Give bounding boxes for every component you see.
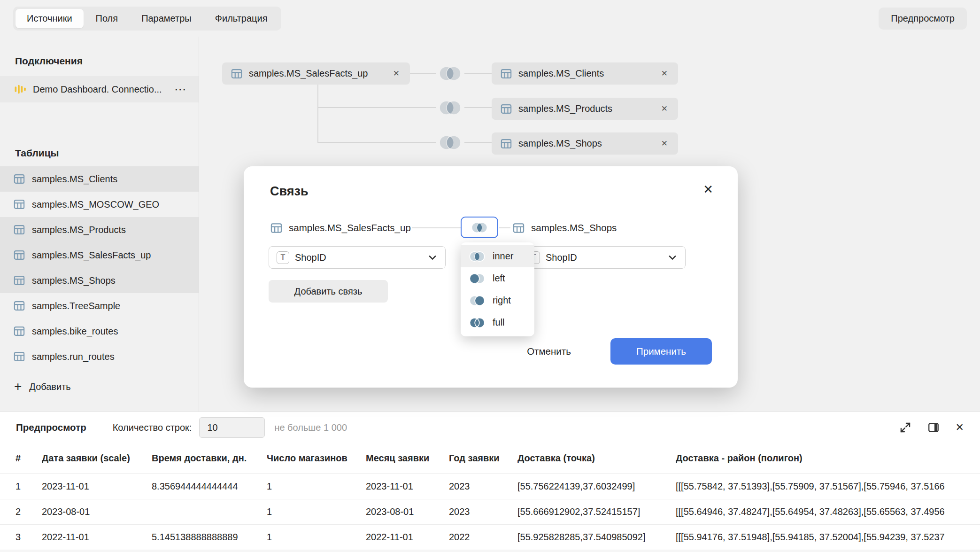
column-header: Месяц заявки [366, 453, 449, 464]
left-field-select[interactable]: T ShopID [269, 246, 446, 269]
table-cell: 2023-08-01 [42, 506, 152, 517]
topbar: Источники Поля Параметры Фильтрация Пред… [0, 0, 980, 37]
table-icon [13, 224, 25, 236]
connection-menu-icon[interactable]: ⋯ [172, 82, 189, 97]
table-icon [13, 249, 25, 261]
dialog-title: Связь [270, 184, 309, 199]
table-cell: 1 [267, 481, 366, 492]
node-close-icon[interactable]: ✕ [659, 103, 670, 115]
node-label: samples.MS_Shops [518, 138, 602, 149]
connector-line [412, 227, 461, 228]
table-name: samples.run_routes [32, 351, 115, 362]
row-count-label: Количество строк: [113, 422, 192, 433]
preview-table-header-row: # Дата заявки (scale) Время доставки, дн… [0, 443, 980, 474]
field-type-icon: T [277, 251, 289, 264]
add-table-button[interactable]: + Добавить [0, 374, 199, 399]
add-link-button[interactable]: Добавить связь [269, 280, 388, 303]
connector-line [464, 142, 492, 143]
canvas-node-salesfacts[interactable]: samples.MS_SalesFacts_up ✕ [222, 62, 410, 85]
sidebar-table-bike-routes[interactable]: samples.bike_routes [0, 319, 199, 344]
tab-parameters[interactable]: Параметры [130, 9, 203, 28]
join-option-inner[interactable]: inner [461, 245, 534, 267]
tab-sources[interactable]: Источники [15, 9, 84, 28]
connection-item[interactable]: Demo Dashboard. Connectio... ⋯ [0, 76, 199, 102]
node-close-icon[interactable]: ✕ [391, 68, 401, 79]
node-close-icon[interactable]: ✕ [659, 138, 670, 149]
table-cell: 3 [15, 532, 42, 543]
close-icon[interactable]: ✕ [956, 421, 964, 434]
connector-line [318, 107, 436, 108]
sidebar-table-treesample[interactable]: samples.TreeSample [0, 293, 199, 319]
connection-icon [13, 83, 26, 96]
apply-button[interactable]: Применить [610, 338, 712, 365]
table-row: 2 2023-08-01 1 2023-08-01 2023 [55.66691… [0, 499, 980, 525]
join-option-right[interactable]: right [461, 289, 534, 311]
expand-icon[interactable] [899, 421, 911, 434]
canvas-node-clients[interactable]: samples.MS_Clients ✕ [492, 62, 678, 85]
join-type-selector[interactable] [461, 217, 498, 238]
table-icon [512, 222, 525, 234]
table-name: samples.TreeSample [32, 301, 120, 311]
join-left-icon [468, 272, 486, 285]
join-icon-products[interactable] [436, 99, 464, 117]
column-header: Год заявки [449, 453, 517, 464]
table-name: samples.bike_routes [32, 326, 118, 337]
table-name: samples.MS_Shops [32, 275, 116, 286]
table-name: samples.MS_MOSCOW_GEO [32, 199, 159, 210]
node-label: samples.MS_Clients [518, 68, 604, 79]
preview-button[interactable]: Предпросмотр [879, 8, 967, 30]
table-icon [231, 68, 243, 80]
sidebar-table-run-routes[interactable]: samples.run_routes [0, 344, 199, 369]
table-cell: [55.666912902,37.52415157] [517, 506, 676, 517]
cancel-button[interactable]: Отменить [507, 338, 591, 365]
table-name: samples.MS_Products [32, 225, 126, 235]
sidebar-table-ms-clients[interactable]: samples.MS_Clients [0, 166, 199, 192]
table-cell: 2023 [449, 481, 517, 492]
node-close-icon[interactable]: ✕ [659, 68, 670, 79]
column-header: Время доставки, дн. [152, 453, 267, 464]
table-icon [500, 138, 512, 150]
table-cell: [[[55.75842, 37.51393],[55.75909, 37.515… [676, 481, 980, 492]
tab-fields[interactable]: Поля [85, 9, 130, 28]
table-cell: 2023 [449, 506, 517, 517]
table-cell: 1 [267, 506, 366, 517]
sidebar-table-ms-moscow-geo[interactable]: samples.MS_MOSCOW_GEO [0, 192, 199, 217]
column-header: # [15, 453, 42, 464]
table-cell: [55.925828285,37.540985092] [517, 532, 676, 543]
join-option-label: left [493, 273, 505, 284]
right-field-select[interactable]: T ShopID [519, 246, 686, 269]
panel-layout-icon[interactable] [927, 421, 940, 434]
join-right-table: samples.MS_Shops [531, 222, 617, 233]
sidebar-table-ms-shops[interactable]: samples.MS_Shops [0, 268, 199, 293]
left-field-value: ShopID [295, 252, 422, 263]
join-option-full[interactable]: full [461, 311, 534, 334]
connections-title: Подключения [15, 55, 199, 67]
table-cell: [55.756224139,37.6032499] [517, 481, 676, 492]
connector-line [317, 85, 318, 143]
table-cell: [[[55.94176, 37.51948],[55.94185, 37.520… [676, 532, 980, 543]
table-icon [13, 274, 25, 287]
sidebar-table-ms-products[interactable]: samples.MS_Products [0, 217, 199, 242]
table-row: 3 2022-11-01 5.145138888888889 1 2022-11… [0, 525, 980, 550]
partial-next-row [0, 550, 980, 552]
sidebar-table-ms-salesfacts-up[interactable]: samples.MS_SalesFacts_up [0, 242, 199, 268]
preview-title: Предпросмотр [16, 422, 86, 433]
connector-line [499, 227, 510, 228]
join-option-left[interactable]: left [461, 267, 534, 289]
table-cell: 2023-11-01 [42, 481, 152, 492]
column-header: Доставка - район (полигон) [676, 453, 980, 464]
tab-filtering[interactable]: Фильтрация [204, 9, 279, 28]
table-cell: [[[55.64946, 37.48247],[55.64954, 37.482… [676, 506, 980, 517]
join-icon-clients[interactable] [436, 65, 464, 82]
join-icon-shops[interactable] [436, 134, 464, 151]
canvas-node-shops[interactable]: samples.MS_Shops ✕ [492, 132, 678, 155]
tables-title: Таблицы [15, 148, 199, 159]
row-count-input[interactable] [199, 417, 265, 438]
canvas-node-products[interactable]: samples.MS_Products ✕ [492, 98, 678, 120]
connector-line [464, 107, 492, 108]
dialog-close-icon[interactable]: ✕ [703, 182, 713, 197]
table-icon [13, 300, 25, 312]
column-header: Дата заявки (scale) [42, 453, 152, 464]
node-label: samples.MS_Products [518, 103, 612, 114]
table-name: samples.MS_SalesFacts_up [32, 250, 151, 261]
